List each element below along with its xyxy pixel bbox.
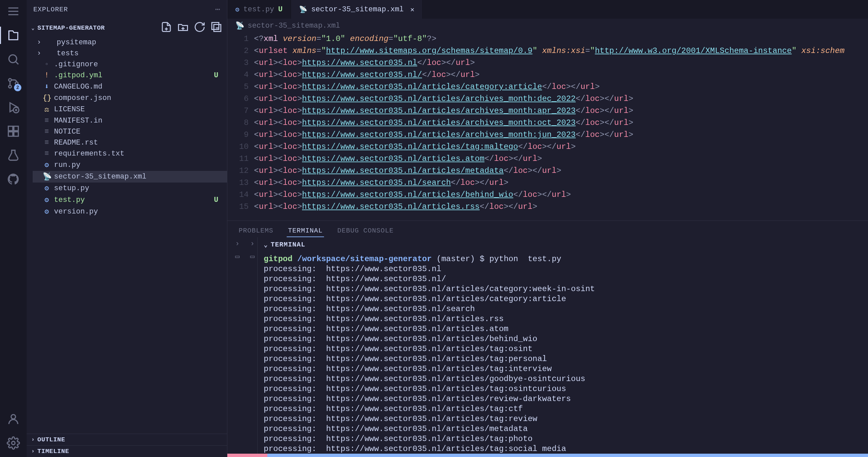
github-icon[interactable] [6, 172, 21, 187]
panel-gutter-2: › ▭ [247, 237, 257, 454]
timeline-section[interactable]: › TIMELINE [27, 445, 227, 457]
file-name: NOTICE [54, 128, 80, 136]
extensions-icon[interactable] [6, 124, 21, 138]
git-status: U [214, 196, 218, 204]
tree-item-version-py[interactable]: ⚙version.py [33, 206, 227, 218]
tree-item-sector-35-sitemap-xml[interactable]: 📡sector-35_sitemap.xml [33, 171, 227, 183]
file-name: sector-35_sitemap.xml [54, 172, 146, 181]
svg-point-15 [12, 442, 15, 445]
tree-item--gitignore[interactable]: ◦.gitignore [33, 59, 227, 70]
activity-bar: 2 [0, 0, 27, 457]
terminal-profile-icon[interactable]: ▭ [235, 252, 239, 261]
file-name: setup.py [54, 184, 89, 193]
chevron-right-icon[interactable]: › [250, 240, 254, 248]
tree-item-manifest-in[interactable]: ≡MANIFEST.in [33, 115, 227, 126]
file-name: composer.json [54, 94, 111, 102]
outline-label: OUTLINE [37, 436, 65, 443]
file-name: README.rst [54, 138, 98, 147]
file-icon: ⚙ [43, 161, 51, 169]
chevron-down-icon[interactable]: ⌄ [264, 240, 268, 249]
scm-icon[interactable]: 2 [6, 76, 21, 91]
git-status: U [214, 71, 218, 79]
file-name: LICENSE [54, 105, 85, 113]
settings-gear-icon[interactable] [6, 436, 21, 450]
refresh-icon[interactable] [194, 21, 206, 35]
file-icon: ⚖ [43, 105, 51, 114]
sidebar: EXPLORER ⋯ ⌄ SITEMAP-GENERATOR ›pysitema… [27, 0, 227, 457]
tree-item-tests[interactable]: ›tests [33, 48, 227, 59]
rss-icon: 📡 [235, 21, 244, 30]
explorer-icon[interactable] [6, 28, 21, 43]
terminal-output[interactable]: gitpod /workspace/sitemap-generator (mas… [258, 252, 868, 454]
svg-rect-13 [14, 126, 18, 131]
panel-tabs: PROBLEMSTERMINALDEBUG CONSOLE [227, 221, 868, 237]
tab-test-py[interactable]: ⚙test.pyU [227, 0, 291, 19]
chevron-right-icon: › [31, 437, 35, 443]
collapse-all-icon[interactable] [210, 21, 222, 35]
clipboard-icon[interactable]: ▭ [250, 252, 254, 261]
tree-item-run-py[interactable]: ⚙run.py [33, 159, 227, 171]
explorer-title: EXPLORER [33, 6, 68, 13]
account-icon[interactable] [6, 412, 21, 426]
tree-item-requirements-txt[interactable]: ≡requirements.txt [33, 148, 227, 159]
svg-point-6 [9, 85, 11, 88]
file-icon: ≡ [43, 138, 51, 147]
menu-icon[interactable] [6, 4, 21, 19]
bottom-panel: PROBLEMSTERMINALDEBUG CONSOLE › ▭ › ▭ ⌄ … [227, 221, 868, 454]
file-icon: ⚙ [43, 196, 51, 204]
chevron-down-icon: ⌄ [31, 25, 35, 31]
tree-item-test-py[interactable]: ⚙test.pyU [33, 194, 227, 206]
editor-tabs: ⚙test.pyU📡sector-35_sitemap.xml✕ [227, 0, 868, 19]
terminal-title: TERMINAL [271, 241, 305, 249]
tree-item-cangelog-md[interactable]: ⬇CANGELOG.md [33, 81, 227, 93]
file-icon: ⬇ [43, 82, 51, 91]
new-file-icon[interactable] [160, 21, 172, 35]
status-bar[interactable] [227, 454, 868, 457]
scm-badge: 2 [14, 84, 21, 91]
file-name: .gitignore [54, 60, 98, 69]
file-name: .gitpod.yml [54, 71, 102, 79]
tree-item-notice[interactable]: ≡NOTICE [33, 126, 227, 137]
main-area: ⚙test.pyU📡sector-35_sitemap.xml✕ 📡 secto… [227, 0, 868, 457]
search-icon[interactable] [6, 52, 21, 67]
file-name: tests [57, 49, 79, 58]
panel-tab-terminal[interactable]: TERMINAL [287, 225, 324, 237]
file-icon: ⚙ [43, 184, 51, 193]
tree-item-setup-py[interactable]: ⚙setup.py [33, 183, 227, 194]
chevron-right-icon[interactable]: › [235, 240, 239, 248]
chevron-right-icon: › [36, 49, 42, 58]
code-content[interactable]: <?xml version="1.0" encoding="utf-8"?><u… [254, 33, 868, 221]
tree-item-pysitemap[interactable]: ›pysitemap [33, 37, 227, 48]
breadcrumb[interactable]: 📡 sector-35_sitemap.xml [227, 19, 868, 33]
project-section-header[interactable]: ⌄ SITEMAP-GENERATOR [27, 19, 227, 37]
file-icon: ⚙ [43, 207, 51, 216]
file-icon: ! [43, 71, 51, 79]
tree-item-license[interactable]: ⚖LICENSE [33, 104, 227, 115]
chevron-right-icon: › [36, 38, 42, 46]
tree-item-readme-rst[interactable]: ≡README.rst [33, 137, 227, 148]
svg-rect-12 [14, 132, 18, 136]
file-icon: ≡ [43, 117, 51, 125]
python-icon: ⚙ [235, 5, 239, 14]
panel-tab-problems[interactable]: PROBLEMS [237, 225, 275, 237]
editor[interactable]: 123456789101112131415 <?xml version="1.0… [227, 33, 868, 221]
close-icon[interactable]: ✕ [410, 5, 414, 14]
testing-icon[interactable] [6, 148, 21, 163]
more-icon[interactable]: ⋯ [215, 5, 220, 14]
project-name: SITEMAP-GENERATOR [37, 24, 105, 32]
breadcrumb-label: sector-35_sitemap.xml [248, 22, 340, 30]
file-icon: ≡ [43, 150, 51, 158]
tree-item-composer-json[interactable]: {}composer.json [33, 93, 227, 104]
new-folder-icon[interactable] [177, 21, 189, 35]
outline-section[interactable]: › OUTLINE [27, 434, 227, 445]
tree-item--gitpod-yml[interactable]: !.gitpod.ymlU [33, 70, 227, 81]
tab-sector-35-sitemap-xml[interactable]: 📡sector-35_sitemap.xml✕ [291, 0, 423, 19]
panel-gutter: › ▭ [227, 237, 247, 454]
svg-point-14 [11, 415, 16, 419]
file-icon: {} [43, 94, 51, 102]
file-name: test.py [54, 196, 85, 204]
file-name: requirements.txt [54, 150, 124, 158]
panel-tab-debug-console[interactable]: DEBUG CONSOLE [336, 225, 395, 237]
file-name: MANIFEST.in [54, 117, 102, 125]
run-debug-icon[interactable] [6, 100, 21, 115]
